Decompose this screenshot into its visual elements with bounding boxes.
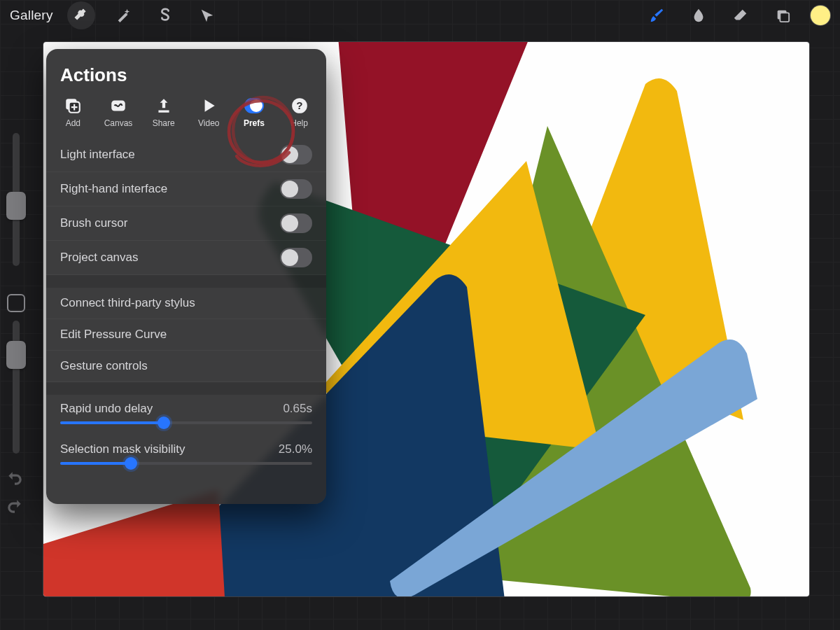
row-right-hand: Right-hand interface [46, 172, 326, 206]
help-icon: ? [290, 97, 309, 114]
gallery-button[interactable]: Gallery [10, 8, 53, 23]
side-rail [4, 133, 28, 511]
tab-canvas[interactable]: Canvas [98, 97, 139, 128]
tab-canvas-label: Canvas [104, 118, 133, 128]
actions-title: Actions [46, 62, 326, 97]
brush-size-thumb[interactable] [6, 192, 26, 220]
label-rapid-undo: Rapid undo delay [60, 402, 153, 416]
switch-project-canvas[interactable] [280, 248, 312, 267]
modify-button[interactable] [7, 294, 25, 312]
label-right-hand: Right-hand interface [60, 182, 280, 196]
svg-rect-1 [780, 13, 789, 22]
transform-arrow-icon[interactable] [193, 1, 221, 29]
switch-light-interface[interactable] [280, 145, 312, 164]
svg-text:?: ? [296, 99, 302, 111]
tab-help-label: Help [290, 118, 308, 128]
tab-prefs-label: Prefs [244, 118, 265, 128]
share-icon [154, 97, 174, 114]
brush-opacity-slider[interactable] [13, 321, 20, 454]
actions-panel: Actions Add Canvas Share [46, 49, 326, 504]
top-toolbar: Gallery [0, 0, 840, 31]
smudge-tool-icon[interactable] [685, 1, 713, 29]
tab-share[interactable]: Share [144, 97, 184, 128]
tab-video-label: Video [198, 118, 219, 128]
prefs-body: Light interface Right-hand interface Bru… [46, 138, 326, 476]
thumb-rapid-undo[interactable] [158, 416, 170, 429]
row-gesture-controls[interactable]: Gesture controls [46, 351, 326, 382]
tab-help[interactable]: ? Help [279, 97, 320, 128]
tab-add[interactable]: Add [52, 97, 93, 128]
switch-brush-cursor[interactable] [280, 214, 312, 233]
value-sel-mask: 25.0% [279, 442, 312, 456]
selection-s-icon[interactable] [151, 1, 179, 29]
eraser-tool-icon[interactable] [727, 1, 755, 29]
actions-wrench-icon[interactable] [67, 1, 95, 29]
row-connect-stylus[interactable]: Connect third-party stylus [46, 288, 326, 319]
slider-sel-mask[interactable] [60, 462, 312, 465]
slider-rapid-undo[interactable] [60, 421, 312, 424]
adjustments-wand-icon[interactable] [109, 1, 137, 29]
label-sel-mask: Selection mask visibility [60, 442, 186, 456]
row-sel-mask: Selection mask visibility 25.0% [46, 435, 326, 476]
label-project-canvas: Project canvas [60, 251, 280, 265]
value-rapid-undo: 0.65s [283, 402, 312, 416]
tab-prefs[interactable]: Prefs [234, 97, 274, 128]
label-light-interface: Light interface [60, 148, 280, 162]
row-edit-pressure-curve[interactable]: Edit Pressure Curve [46, 319, 326, 351]
tab-share-label: Share [153, 118, 175, 128]
row-rapid-undo: Rapid undo delay 0.65s [46, 395, 326, 435]
row-brush-cursor: Brush cursor [46, 206, 326, 241]
add-icon [63, 97, 83, 114]
brush-tool-icon[interactable] [643, 1, 671, 29]
label-brush-cursor: Brush cursor [60, 216, 280, 230]
video-play-icon [199, 97, 218, 114]
color-swatch[interactable] [811, 6, 830, 25]
row-light-interface: Light interface [46, 138, 326, 172]
actions-tabs: Add Canvas Share Video [46, 97, 326, 138]
thumb-sel-mask[interactable] [125, 457, 137, 470]
row-project-canvas: Project canvas [46, 241, 326, 275]
tab-add-label: Add [66, 118, 80, 128]
redo-icon[interactable] [6, 497, 24, 518]
brush-size-slider[interactable] [13, 133, 20, 266]
brush-opacity-thumb[interactable] [6, 341, 26, 369]
tab-video[interactable]: Video [188, 97, 229, 128]
undo-icon[interactable] [6, 469, 24, 490]
layers-icon[interactable] [769, 1, 797, 29]
prefs-toggle-icon [244, 97, 264, 114]
switch-right-hand[interactable] [280, 179, 312, 199]
canvas-icon [108, 97, 128, 114]
